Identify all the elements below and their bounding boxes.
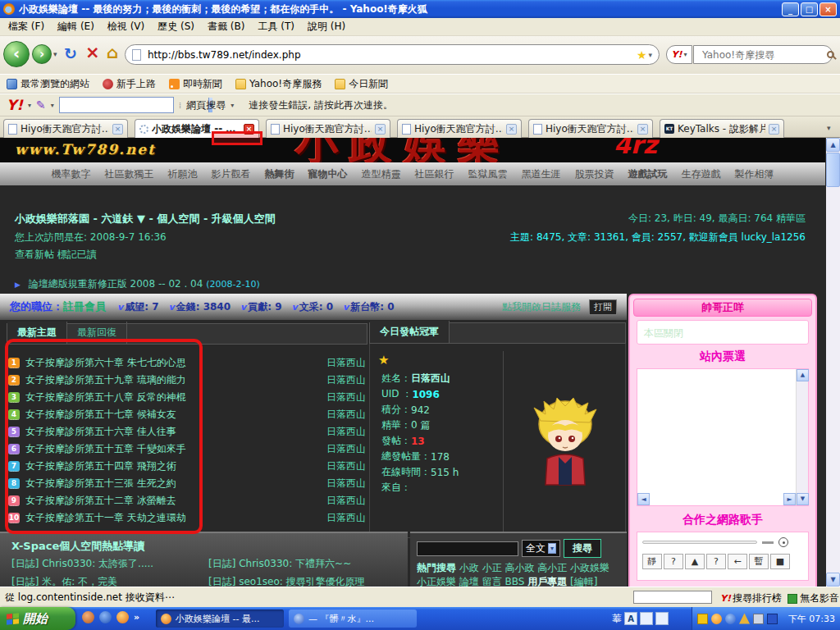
site-nav-link[interactable]: 股票投資 xyxy=(575,167,614,181)
menu-item[interactable]: 檔案 (F) xyxy=(8,20,44,34)
scrollbar-down-icon[interactable]: ▼ xyxy=(826,573,840,587)
search-bar[interactable] xyxy=(693,45,833,64)
scroll-up-icon[interactable]: ▲ xyxy=(797,369,809,381)
bookmark-star-icon[interactable]: ★ xyxy=(637,48,647,62)
site-nav-link[interactable]: 黑道生涯 xyxy=(522,167,561,181)
bookmark-yahoo-services[interactable]: Yahoo!奇摩服務 xyxy=(235,77,322,91)
ime-indicator[interactable]: 菶 xyxy=(612,612,622,626)
taskbar-task-forum[interactable]: 小政娛樂論壇 -- 最... xyxy=(156,609,284,628)
security-tray-icon[interactable] xyxy=(739,614,750,624)
page-scrollbar[interactable]: ▲ ▼ xyxy=(826,138,840,587)
topic-author-link[interactable]: 日落西山 xyxy=(326,425,366,439)
menu-item[interactable]: 歷史 (S) xyxy=(158,20,194,34)
site-nav-link[interactable]: 機率數字 xyxy=(52,167,91,181)
app-tray-icon[interactable] xyxy=(767,614,778,624)
tab-5[interactable]: Hiyo衝天跑官方討… × xyxy=(528,119,653,138)
tab-6[interactable]: KT KeyTalks - 說影解片… × xyxy=(660,119,784,138)
site-nav-link[interactable]: 熱舞街 xyxy=(265,167,294,181)
journal-service-link[interactable]: 點我開啟日誌服務 xyxy=(502,300,581,314)
journal-open-button[interactable]: 打開 xyxy=(589,299,617,315)
topic-author-link[interactable]: 日落西山 xyxy=(326,511,366,525)
edit-link[interactable]: [編輯] xyxy=(570,576,597,587)
pencil-dropdown-icon[interactable]: ▾ xyxy=(51,102,54,109)
close-button[interactable] xyxy=(819,2,837,16)
home-button[interactable]: ⌂ xyxy=(107,43,118,62)
stop-button[interactable]: × xyxy=(85,43,100,62)
tab-overflow-icon[interactable]: ▾ xyxy=(827,124,831,132)
tab-close-icon[interactable]: × xyxy=(637,124,648,135)
search-icon[interactable] xyxy=(827,51,834,58)
forward-button[interactable]: › xyxy=(32,44,52,64)
yahoo-logo-icon[interactable]: Y! xyxy=(7,97,23,113)
site-nav-link[interactable]: 寵物中心 xyxy=(308,167,348,181)
menu-item[interactable]: 書籤 (B) xyxy=(208,20,244,34)
site-nav-link[interactable]: 遊戲試玩 xyxy=(628,167,668,181)
start-button[interactable]: 開始 xyxy=(0,607,75,630)
search-input[interactable] xyxy=(701,48,827,62)
web-search-dropdown-icon[interactable]: ▾ xyxy=(231,102,234,109)
quick-launch-icon[interactable] xyxy=(82,611,94,623)
site-nav-link[interactable]: 祈願池 xyxy=(168,167,198,181)
site-nav-link[interactable]: 社區數獨王 xyxy=(105,167,154,181)
taskbar-task-messenger[interactable]: — 『髒〃水』... xyxy=(289,609,417,628)
quick-launch-icon[interactable] xyxy=(99,611,112,623)
xspace-entry-link[interactable]: [日誌] Chris0330: 太誇張了..... xyxy=(11,557,208,571)
menu-item[interactable]: 檢視 (V) xyxy=(107,20,144,34)
refresh-button[interactable]: ↻ xyxy=(64,44,77,62)
forum-search-button[interactable]: 搜尋 xyxy=(564,539,601,558)
site-nav-link[interactable]: 影片觀看 xyxy=(212,167,251,181)
scrollbar-up-icon[interactable]: ▲ xyxy=(826,138,840,152)
site-nav-link[interactable]: 製作相簿 xyxy=(735,167,774,181)
ime-tool-icon[interactable] xyxy=(640,612,653,625)
menu-item[interactable]: 編輯 (E) xyxy=(57,20,94,34)
site-nav-link[interactable]: 監獄風雲 xyxy=(468,167,508,181)
bookmark-dropdown-icon[interactable]: ▾ xyxy=(648,51,652,59)
topic-author-link[interactable]: 日落西山 xyxy=(326,390,366,404)
history-dropdown-icon[interactable]: ▾ xyxy=(53,50,57,58)
bookmark-most-visited[interactable]: 最常瀏覽的網站 xyxy=(7,77,89,91)
xspace-entry-link[interactable]: [日誌] 米。佑: 不，完美 xyxy=(11,575,208,587)
menu-item[interactable]: 工具 (T) xyxy=(258,20,294,34)
quick-launch-more-icon[interactable]: » xyxy=(134,612,139,623)
announcement-text[interactable]: 論壇總版規重新修正版 2008 -- 02 . 04 xyxy=(29,278,203,290)
maximize-button[interactable] xyxy=(801,2,818,16)
site-nav-link[interactable]: 社區銀行 xyxy=(415,167,454,181)
user-topics-link[interactable]: 用戶專題 xyxy=(527,576,567,587)
tab-close-icon[interactable]: × xyxy=(112,124,123,135)
topic-author-link[interactable]: 日落西山 xyxy=(326,459,366,473)
web-search-label[interactable]: 網頁搜尋 xyxy=(186,98,226,112)
messenger-tray-icon[interactable] xyxy=(711,614,722,624)
scrollbar-thumb[interactable] xyxy=(826,153,840,187)
ime-pad-icon[interactable] xyxy=(655,612,669,625)
poll-scrollbar[interactable]: ▲ ▼ xyxy=(796,369,808,505)
yahoo-rank-widget[interactable]: Y! 搜尋排行榜 xyxy=(720,591,782,605)
topic-author-link[interactable]: 日落西山 xyxy=(326,442,366,456)
scope-dropdown-icon[interactable]: ▾ xyxy=(548,543,556,554)
url-bar[interactable]: ★ ▾ xyxy=(125,44,660,65)
scroll-left-icon[interactable]: ◄ xyxy=(637,493,650,505)
topic-author-link[interactable]: 日落西山 xyxy=(326,408,366,422)
ime-mode-icon[interactable]: A xyxy=(624,612,637,625)
tab-close-icon[interactable]: × xyxy=(769,124,779,135)
minimize-button[interactable] xyxy=(782,2,799,16)
xspace-entry-link[interactable]: [日誌] Chris0330: 下禮拜六~~ xyxy=(208,557,393,571)
topic-author-link[interactable]: 日落西山 xyxy=(326,356,366,370)
hot-terms[interactable]: 小正娛樂 論壇 留言 BBS xyxy=(417,576,524,587)
tab-close-icon[interactable]: × xyxy=(506,124,517,135)
menu-item[interactable]: 說明 (H) xyxy=(308,20,345,34)
hot-terms[interactable]: 小政 小正 高小政 高小正 小政娛樂 xyxy=(459,562,609,573)
volume-tray-icon[interactable] xyxy=(753,614,764,624)
yahoo-dropdown-icon[interactable]: ▾ xyxy=(28,102,31,109)
slider-track[interactable] xyxy=(642,541,757,544)
scroll-down-icon[interactable]: ▼ xyxy=(797,493,809,505)
yahoo-search-combo[interactable]: ▾ xyxy=(59,97,174,113)
topic-author-link[interactable]: 日落西山 xyxy=(326,373,366,387)
player-slider[interactable] xyxy=(642,537,803,547)
topic-author-link[interactable]: 日落西山 xyxy=(326,494,366,508)
back-button[interactable]: ‹ xyxy=(3,41,30,67)
player-button[interactable]: ? xyxy=(664,554,683,569)
tab-3[interactable]: Hiyo衝天跑官方討… × xyxy=(266,119,390,138)
player-button[interactable]: ■ xyxy=(770,554,790,569)
firefox-quicklaunch-icon[interactable] xyxy=(116,611,129,623)
bookmark-today-news[interactable]: 今日新聞 xyxy=(335,77,388,91)
